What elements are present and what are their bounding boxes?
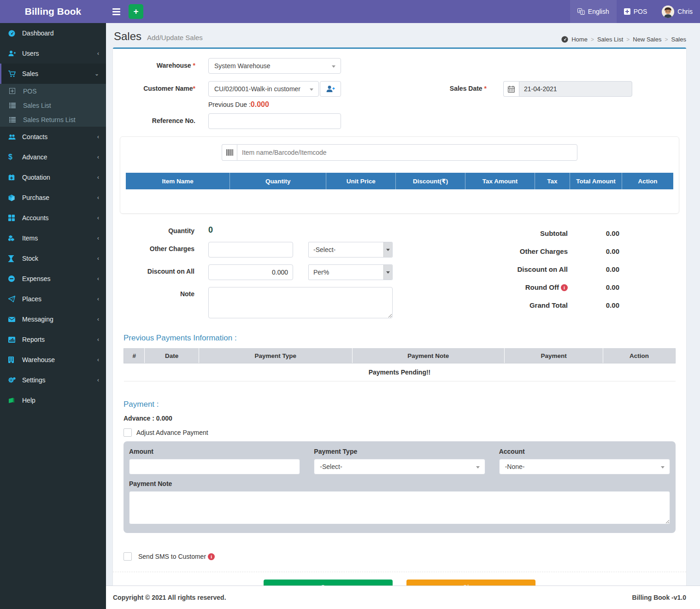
barcode-icon	[222, 144, 237, 161]
sidebar-toggle-button[interactable]	[106, 0, 127, 23]
item-search-group	[222, 144, 577, 161]
sidebar-item-quotation[interactable]: Quotation ‹	[0, 167, 106, 187]
account-label: Account	[499, 448, 670, 455]
version-text: Billing Book -v1.0	[632, 594, 686, 601]
chevron-down-icon: ⌄	[94, 70, 99, 77]
page-footer: Copyright © 2021 All rights reserved. Bi…	[106, 586, 700, 609]
previous-due: Previous Due :0.000	[208, 100, 341, 109]
plus-square-icon	[624, 8, 630, 15]
sidebar-item-sales-list[interactable]: Sales List	[0, 98, 106, 112]
plus-square-icon	[9, 88, 20, 94]
building-icon	[8, 357, 19, 363]
book-icon	[8, 398, 19, 404]
grand-total-value: 0.00	[568, 301, 619, 309]
discount-type-select-wrap: Per%	[308, 264, 393, 280]
warehouse-select[interactable]: System Warehouse	[208, 58, 341, 74]
sidebar-item-accounts[interactable]: Accounts ‹	[0, 208, 106, 228]
cart-icon	[8, 70, 19, 77]
add-customer-button[interactable]	[320, 81, 341, 97]
discount-total-label: Discount on All	[518, 265, 568, 273]
sidebar-item-items[interactable]: Items ‹	[0, 228, 106, 248]
page-subtitle: Add/Update Sales	[147, 34, 203, 41]
discount-on-all-input[interactable]	[208, 264, 293, 280]
totals-section: Subtotal 0.00 Other Charges 0.00 Discoun…	[439, 224, 679, 325]
discount-type-select[interactable]: Per%	[308, 264, 393, 280]
adjust-advance-checkbox[interactable]	[124, 428, 132, 437]
grid-icon	[8, 215, 19, 221]
payment-type-label: Payment Type	[314, 448, 485, 455]
sidebar-item-pos[interactable]: POS	[0, 84, 106, 98]
payment-note-textarea[interactable]	[129, 491, 670, 524]
items-table-empty-row	[126, 189, 673, 203]
gears-icon	[8, 377, 19, 383]
sidebar-item-expenses[interactable]: Expenses ‹	[0, 269, 106, 289]
info-icon[interactable]: i	[561, 284, 568, 291]
discount-total-value: 0.00	[568, 265, 619, 273]
subtotal-value: 0.00	[568, 229, 619, 237]
sidebar-item-stock[interactable]: Stock ‹	[0, 248, 106, 269]
breadcrumb-sales-list[interactable]: Sales List	[597, 36, 623, 43]
item-search-input[interactable]	[237, 144, 577, 161]
sidebar-item-purchase[interactable]: Purchase ‹	[0, 187, 106, 208]
sidebar-item-warehouse[interactable]: Warehouse ‹	[0, 350, 106, 370]
discount-on-all-label: Discount on All	[120, 264, 208, 280]
content-area: Sales Add/Update Sales Home > Sales List…	[106, 23, 700, 604]
user-menu[interactable]: Chris	[654, 0, 700, 23]
sidebar-item-messaging[interactable]: Messaging ‹	[0, 309, 106, 329]
grand-total-label: Grand Total	[529, 301, 568, 309]
info-icon[interactable]: i	[208, 553, 215, 560]
user-plus-icon	[326, 85, 335, 93]
account-select[interactable]: -None-	[499, 459, 670, 474]
top-navbar: Billing Book + A文 English POS Chris	[0, 0, 700, 23]
calendar-icon[interactable]	[503, 81, 519, 97]
adjust-advance-label: Adjust Advance Payment	[136, 429, 208, 436]
payment-type-select[interactable]: -Select-	[314, 459, 485, 474]
copyright-text: Copyright © 2021 All rights reserved.	[113, 594, 226, 601]
payment-amount-input[interactable]	[129, 459, 300, 474]
app-logo[interactable]: Billing Book	[0, 0, 106, 23]
sidebar-item-sales-returns-list[interactable]: Sales Returns List	[0, 112, 106, 127]
other-charges-input[interactable]	[208, 242, 293, 258]
amount-label: Amount	[129, 448, 300, 455]
payment-note-label: Payment Note	[129, 480, 670, 487]
other-charges-total-label: Other Charges	[520, 247, 568, 255]
sidebar-item-help[interactable]: Help	[0, 390, 106, 410]
other-charges-select[interactable]: -Select-	[308, 242, 393, 258]
list-icon	[9, 117, 20, 123]
round-off-label: Round Offi	[525, 283, 568, 291]
payments-pending-text: Payments Pending!!	[124, 363, 676, 381]
sidebar-item-places[interactable]: Places ‹	[0, 289, 106, 309]
pos-shortcut[interactable]: POS	[617, 0, 655, 23]
breadcrumb-home[interactable]: Home	[571, 36, 588, 43]
sales-date-input[interactable]	[519, 81, 632, 97]
quantity-label: Quantity	[120, 224, 208, 235]
language-menu[interactable]: A文 English	[570, 0, 617, 23]
sales-form-card: Warehouse * System Warehouse Customer Na…	[113, 47, 686, 604]
cubes-icon	[8, 235, 19, 241]
sidebar-item-users[interactable]: Users ‹	[0, 43, 106, 64]
breadcrumb-new-sales[interactable]: New Sales	[633, 36, 661, 43]
customer-select[interactable]: CU/02/0001-Walk-in customer	[208, 81, 319, 97]
hamburger-icon	[112, 8, 120, 10]
sidebar-item-sales[interactable]: Sales ⌄	[0, 64, 106, 84]
sidebar-nav: Dashboard Users ‹ Sales ⌄ POS Sales List…	[0, 23, 106, 609]
note-textarea[interactable]	[208, 287, 393, 318]
sidebar-item-settings[interactable]: Settings ‹	[0, 370, 106, 390]
quantity-total-value: 0	[208, 224, 213, 235]
sales-date-group	[503, 81, 632, 109]
plus-icon: +	[133, 6, 138, 17]
reference-no-input[interactable]	[208, 113, 341, 129]
subtotal-label: Subtotal	[540, 229, 568, 237]
send-sms-checkbox[interactable]	[124, 552, 132, 561]
dollar-icon: $	[8, 153, 19, 161]
home-gauge-icon	[561, 36, 568, 43]
sidebar-item-dashboard[interactable]: Dashboard	[0, 23, 106, 43]
items-table: Item Name Quantity Unit Price Discount(₹…	[126, 173, 673, 203]
page-title: Sales	[114, 30, 141, 42]
quick-add-button[interactable]: +	[129, 4, 143, 19]
items-panel: Item Name Quantity Unit Price Discount(₹…	[120, 136, 679, 214]
sidebar-item-reports[interactable]: Reports ‹	[0, 329, 106, 350]
charges-section: Quantity 0 Other Charges -Select- Discou…	[120, 224, 439, 325]
sidebar-item-contacts[interactable]: Contacts ‹	[0, 127, 106, 147]
sidebar-item-advance[interactable]: $ Advance ‹	[0, 147, 106, 167]
